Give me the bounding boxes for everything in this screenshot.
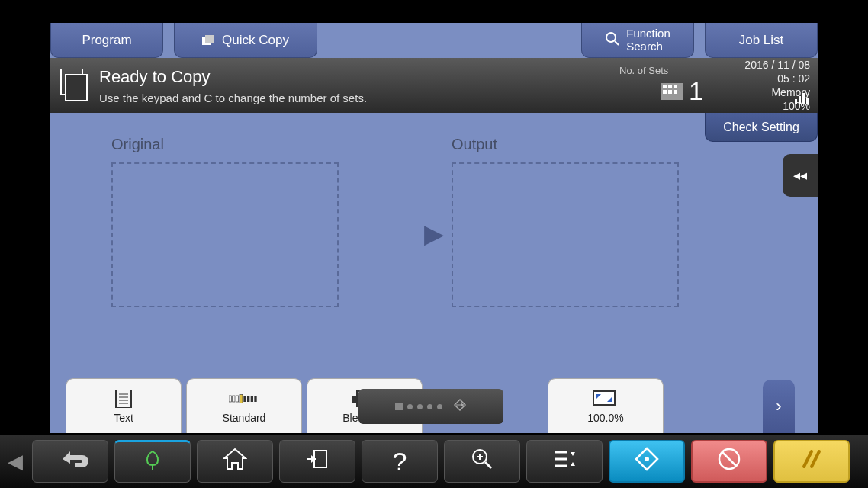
collapse-tab[interactable]: ◂◂ (783, 154, 818, 197)
svg-rect-40 (314, 451, 326, 467)
chevron-right-icon: › (776, 396, 781, 416)
svg-rect-29 (254, 396, 256, 402)
status-meta: 2016 / 11 / 08 05 : 02 Memory 100% (703, 58, 810, 114)
original-label: Original (111, 136, 416, 153)
svg-line-56 (804, 451, 812, 467)
svg-line-44 (485, 462, 491, 468)
sets-display: No. of Sets 1 (619, 65, 703, 106)
svg-rect-13 (795, 99, 797, 104)
back-icon (52, 447, 88, 477)
status-title: Ready to Copy (99, 67, 619, 87)
enlarge-button[interactable] (444, 440, 520, 483)
svg-rect-27 (247, 396, 249, 402)
svg-line-57 (812, 451, 819, 467)
svg-rect-10 (663, 90, 667, 94)
svg-marker-39 (224, 449, 246, 469)
help-icon: ? (393, 447, 407, 477)
svg-rect-25 (240, 394, 243, 403)
options-next-button[interactable]: › (763, 380, 795, 433)
status-subtitle: Use the keypad and C to change the numbe… (99, 92, 619, 104)
svg-marker-50 (571, 452, 575, 456)
stop-button[interactable] (691, 440, 767, 483)
prev-arrow-icon[interactable]: ◀ (5, 450, 26, 474)
svg-rect-22 (229, 396, 231, 402)
svg-rect-16 (806, 98, 809, 104)
arrow-icon: ▶ (424, 195, 444, 249)
program-button[interactable]: Program (50, 23, 163, 58)
list-button[interactable] (526, 440, 603, 483)
svg-rect-7 (663, 85, 667, 88)
svg-rect-26 (243, 396, 246, 402)
diamond-arrow-icon (453, 398, 467, 415)
svg-rect-17 (116, 390, 131, 408)
start-icon (633, 445, 661, 478)
svg-rect-23 (233, 396, 235, 402)
zoom-icon (590, 389, 621, 409)
svg-point-53 (645, 457, 649, 461)
svg-line-55 (722, 452, 736, 466)
svg-rect-1 (205, 35, 214, 43)
svg-rect-11 (668, 90, 672, 94)
check-setting-button[interactable]: Check Setting (705, 113, 818, 142)
original-preview (111, 162, 339, 307)
home-icon (223, 448, 247, 476)
histogram-icon (795, 92, 809, 107)
svg-rect-28 (251, 396, 253, 402)
svg-line-3 (615, 41, 619, 45)
pagination-overlay[interactable] (358, 389, 503, 424)
quick-copy-icon (202, 35, 216, 46)
quick-copy-button[interactable]: Quick Copy (174, 23, 317, 58)
search-icon (605, 31, 620, 50)
svg-rect-12 (674, 90, 677, 94)
sets-value: 1 (689, 76, 703, 106)
rewind-icon: ◂◂ (793, 167, 807, 184)
density-icon (229, 389, 259, 409)
status-bar: Ready to Copy Use the keypad and C to ch… (50, 58, 818, 113)
option-standard[interactable]: Standard (186, 378, 302, 433)
reset-button[interactable] (773, 440, 850, 483)
stop-icon (716, 446, 742, 477)
exit-button[interactable] (279, 440, 355, 483)
svg-rect-5 (66, 75, 87, 101)
svg-rect-15 (802, 93, 805, 104)
eco-icon (141, 448, 164, 477)
option-zoom[interactable]: 100.0% (548, 378, 664, 433)
svg-rect-24 (236, 396, 238, 402)
svg-rect-8 (668, 85, 672, 88)
home-button[interactable] (197, 440, 273, 483)
eco-button[interactable] (114, 440, 191, 483)
exit-icon (305, 448, 330, 476)
output-preview (452, 162, 679, 307)
list-icon (554, 449, 575, 474)
reset-icon (799, 447, 824, 477)
start-button[interactable] (609, 440, 685, 483)
job-list-button[interactable]: Job List (705, 23, 818, 58)
magnify-plus-icon (470, 447, 494, 477)
help-button[interactable]: ? (362, 440, 438, 483)
text-icon (108, 389, 139, 409)
svg-rect-9 (674, 85, 677, 88)
svg-point-2 (606, 33, 616, 42)
back-button[interactable] (32, 440, 108, 483)
svg-rect-14 (799, 96, 801, 104)
svg-marker-51 (571, 462, 575, 466)
keypad-icon[interactable] (661, 83, 683, 100)
option-text[interactable]: Text (66, 378, 182, 433)
bottom-bar: ◀ ? (0, 435, 868, 488)
document-icon (58, 69, 90, 102)
function-search-button[interactable]: Function Search (581, 23, 694, 58)
